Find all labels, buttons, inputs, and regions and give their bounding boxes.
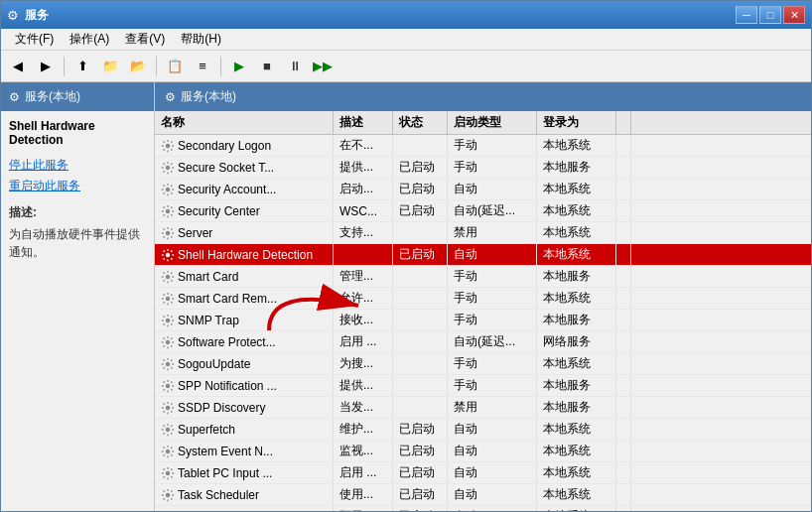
services-table[interactable]: 名称 描述 状态 启动类型 登录为 Secondary Logon在不...手动…	[155, 111, 811, 511]
table-row[interactable]: Secure Socket T...提供...已启动手动本地服务	[155, 157, 811, 179]
service-logon-cell: 本地系统	[537, 419, 616, 440]
service-status-cell: 已启动	[393, 441, 448, 461]
col-desc[interactable]: 描述	[334, 111, 393, 134]
col-status[interactable]: 状态	[393, 111, 448, 134]
service-desc-cell: 为搜...	[334, 353, 393, 374]
service-desc-cell: 在不...	[334, 135, 393, 156]
folder-button[interactable]: 📁	[97, 55, 123, 78]
service-startup-cell: 自动	[448, 419, 537, 440]
service-desc-cell: 阿里...	[334, 506, 393, 511]
menu-help[interactable]: 帮助(H)	[173, 29, 229, 50]
restart-button[interactable]: ▶▶	[310, 55, 336, 78]
service-status-cell	[393, 222, 448, 243]
col-logon[interactable]: 登录为	[537, 111, 616, 134]
svg-point-3	[166, 208, 170, 212]
gear-icon	[161, 488, 175, 502]
left-panel-icon: ⚙	[9, 90, 20, 104]
selected-service-name: Shell Hardware Detection	[9, 119, 146, 147]
service-extra-cell	[616, 441, 631, 461]
service-desc-cell: 维护...	[334, 419, 393, 440]
back-button[interactable]: ◀	[5, 55, 31, 78]
service-logon-cell: 网络服务	[537, 331, 616, 352]
table-row[interactable]: Security CenterWSC...已启动自动(延迟...本地系统	[155, 200, 811, 222]
table-row[interactable]: Smart Card管理...手动本地服务	[155, 266, 811, 288]
table-row[interactable]: SSDP Discovery当发...禁用本地服务	[155, 397, 811, 419]
col-startup[interactable]: 启动类型	[448, 111, 537, 134]
folder2-button[interactable]: 📂	[125, 55, 151, 78]
list-button[interactable]: ≡	[190, 55, 215, 78]
service-startup-cell: 手动	[448, 266, 537, 287]
restart-service-link[interactable]: 重启动此服务	[9, 178, 146, 194]
service-logon-cell: 本地服务	[537, 397, 616, 418]
table-row[interactable]: Smart Card Rem...允许...手动本地系统	[155, 288, 811, 310]
service-extra-cell	[616, 419, 631, 440]
svg-point-8	[166, 318, 170, 321]
gear-icon	[161, 204, 175, 218]
stop-button[interactable]: ■	[254, 55, 280, 78]
table-row[interactable]: SPP Notification ...提供...手动本地服务	[155, 375, 811, 397]
table-row[interactable]: Superfetch维护...已启动自动本地系统	[155, 419, 811, 441]
properties-button[interactable]: 📋	[162, 55, 188, 78]
close-button[interactable]: ✕	[783, 6, 805, 24]
minimize-button[interactable]: ─	[736, 6, 757, 24]
service-status-cell: 已启动	[393, 506, 448, 511]
pause-button[interactable]: ⏸	[282, 55, 308, 78]
col-name[interactable]: 名称	[155, 111, 334, 134]
menu-file[interactable]: 文件(F)	[7, 29, 62, 50]
gear-icon	[161, 423, 175, 437]
service-logon-cell: 本地系统	[537, 462, 616, 483]
table-row[interactable]: TBSecSvc阿里...已启动自动本地系统	[155, 506, 811, 511]
table-row[interactable]: SNMP Trap接收...手动本地服务	[155, 310, 811, 331]
table-row[interactable]: Shell Hardware Detection已启动自动本地系统	[155, 244, 811, 266]
table-row[interactable]: Tablet PC Input ...启用 ...已启动自动本地系统	[155, 462, 811, 484]
service-extra-cell	[616, 375, 631, 396]
play-button[interactable]: ▶	[226, 55, 252, 78]
service-extra-cell	[616, 462, 631, 483]
forward-button[interactable]: ▶	[33, 55, 59, 78]
service-status-cell	[393, 375, 448, 396]
svg-point-5	[166, 252, 170, 256]
stop-service-link[interactable]: 停止此服务	[9, 157, 146, 174]
menu-view[interactable]: 查看(V)	[117, 29, 173, 50]
service-logon-cell: 本地系统	[537, 222, 616, 243]
gear-icon	[161, 314, 175, 327]
svg-point-9	[166, 339, 170, 343]
service-name-cell: Tablet PC Input ...	[155, 462, 334, 483]
service-desc-cell: 管理...	[334, 266, 393, 287]
table-row[interactable]: Task Scheduler使用...已启动自动本地系统	[155, 484, 811, 506]
up-button[interactable]: ⬆	[69, 55, 95, 78]
service-startup-cell: 禁用	[448, 397, 537, 418]
service-startup-cell: 手动	[448, 288, 537, 309]
service-logon-cell: 本地服务	[537, 266, 616, 287]
service-desc-cell: 监视...	[334, 441, 393, 461]
table-row[interactable]: Security Account...启动...已启动自动本地系统	[155, 179, 811, 200]
table-row[interactable]: Server支持...禁用本地系统	[155, 222, 811, 244]
service-logon-cell: 本地服务	[537, 375, 616, 396]
service-startup-cell: 手动	[448, 353, 537, 374]
service-name-cell: TBSecSvc	[155, 506, 334, 511]
service-logon-cell: 本地系统	[537, 244, 616, 265]
service-extra-cell	[616, 135, 631, 156]
service-name-text: SPP Notification ...	[178, 379, 277, 393]
service-status-cell	[393, 331, 448, 352]
service-startup-cell: 手动	[448, 157, 537, 178]
service-name-text: Superfetch	[178, 423, 235, 437]
gear-icon	[161, 139, 175, 153]
gear-icon	[161, 183, 175, 196]
table-row[interactable]: SogouUpdate为搜...手动本地系统	[155, 353, 811, 375]
service-name-cell: SogouUpdate	[155, 353, 334, 374]
service-name-cell: Secure Socket T...	[155, 157, 334, 178]
service-desc-cell: 启用 ...	[334, 462, 393, 483]
service-name-text: System Event N...	[178, 445, 273, 458]
service-name-cell: Smart Card Rem...	[155, 288, 334, 309]
menu-action[interactable]: 操作(A)	[62, 29, 117, 50]
toolbar-separator-1	[64, 57, 65, 76]
maximize-button[interactable]: □	[759, 6, 781, 24]
service-name-text: Smart Card	[178, 270, 238, 284]
table-row[interactable]: System Event N...监视...已启动自动本地系统	[155, 441, 811, 462]
table-row[interactable]: Secondary Logon在不...手动本地系统	[155, 135, 811, 157]
gear-icon	[161, 445, 175, 458]
service-name-cell: Superfetch	[155, 419, 334, 440]
toolbar-separator-2	[156, 57, 157, 76]
table-row[interactable]: Software Protect...启用 ...自动(延迟...网络服务	[155, 331, 811, 353]
